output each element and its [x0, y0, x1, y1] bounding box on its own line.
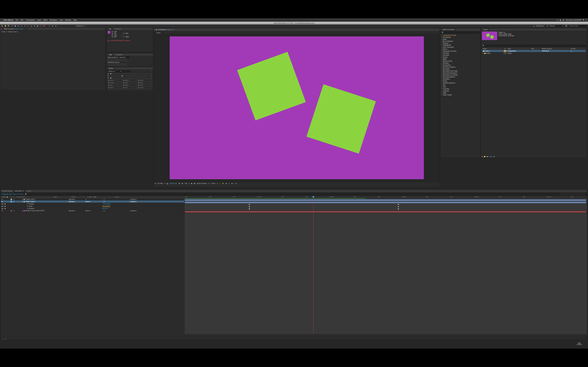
- comp-canvas[interactable]: [170, 36, 424, 179]
- selection-tool-icon[interactable]: ▶: [1, 25, 4, 27]
- toggle-switches-button[interactable]: ⬚ ⬚ {}: [1, 338, 7, 340]
- position-keyframe-2[interactable]: [398, 204, 399, 205]
- effects-category[interactable]: Stylize: [441, 80, 479, 82]
- effects-category[interactable]: Red Giant: [441, 68, 479, 70]
- motion-blur-button[interactable]: [573, 193, 576, 195]
- effects-category[interactable]: CINEMA 4D: [441, 44, 479, 46]
- hand-tool-icon[interactable]: ✋: [4, 25, 7, 27]
- app-name[interactable]: After Effects: [3, 19, 13, 21]
- character-tab[interactable]: Character: [113, 28, 122, 30]
- effects-category[interactable]: Perspective: [441, 64, 479, 66]
- motion-spin-button[interactable]: ◆SPIN: [123, 87, 137, 89]
- effects-category[interactable]: Synthetic Aperture: [441, 82, 479, 84]
- dist-right-icon[interactable]: [114, 64, 117, 66]
- project-col-duration[interactable]: Media Duration: [541, 48, 569, 50]
- project-bpc[interactable]: 8 bpc: [489, 156, 493, 157]
- timeline-timecode[interactable]: 0:00:01:02: [2, 193, 12, 195]
- slider-2[interactable]: [110, 76, 148, 76]
- effects-category[interactable]: Expression Controls: [441, 50, 479, 52]
- new-folder-icon[interactable]: 📁: [484, 156, 485, 157]
- motion-jump-button[interactable]: ◆JUMP: [123, 82, 137, 84]
- shape-layer-2-shape[interactable]: [237, 52, 306, 120]
- paragraph-tab[interactable]: Paragraph: [114, 54, 124, 56]
- keyframe-track-position[interactable]: [184, 204, 587, 206]
- dist-vcenter-icon[interactable]: [121, 64, 124, 66]
- project-col-comment[interactable]: Comme: [570, 48, 586, 50]
- effects-category[interactable]: Video Copilot: [441, 94, 479, 96]
- motion-preset-dropdown[interactable]: Motion v2▾: [108, 70, 131, 72]
- align-left-icon[interactable]: [108, 59, 110, 61]
- keyframe-track-scale[interactable]: [184, 206, 587, 209]
- status-battery-icon[interactable]: ▭: [557, 19, 558, 21]
- notification-center-icon[interactable]: ≡: [586, 19, 587, 21]
- effect-controls-tab[interactable]: Effect Controls Shape Layer 1 ✕: [3, 28, 28, 30]
- effects-presets-tab[interactable]: Effects & Presets: [441, 29, 456, 31]
- viewer-timecode[interactable]: 0:00:01:02: [170, 183, 177, 184]
- auto-keyframe-button[interactable]: [582, 193, 585, 195]
- menu-edit[interactable]: Edit: [20, 19, 23, 21]
- zoom-dropdown[interactable]: (57.8%): [157, 183, 163, 184]
- layer-bar-solid[interactable]: [184, 211, 586, 213]
- puppet-tool-icon[interactable]: 📌: [43, 25, 45, 27]
- eraser-tool-icon[interactable]: ◧: [36, 25, 39, 27]
- shape-layer-1-shape[interactable]: [306, 84, 376, 154]
- apple-menu-icon[interactable]: : [1, 19, 2, 21]
- flowchart-icon[interactable]: ⬡: [228, 183, 230, 184]
- exposure-reset-icon[interactable]: ◉: [231, 183, 233, 184]
- menu-animation[interactable]: Animation: [50, 19, 57, 21]
- grid-icon[interactable]: ⊞: [155, 183, 156, 184]
- align-bottom-icon[interactable]: [124, 59, 127, 61]
- brush-tool-icon[interactable]: 🖌: [30, 25, 33, 27]
- effects-category[interactable]: Color Correction: [441, 46, 479, 48]
- trash-icon[interactable]: 🗑: [493, 156, 495, 157]
- pen-tool-icon[interactable]: ✒: [23, 25, 26, 27]
- graph-editor-button[interactable]: [576, 193, 579, 195]
- camera-tool-icon[interactable]: ▣: [14, 25, 17, 27]
- effects-category[interactable]: * Animation Presets: [441, 34, 479, 36]
- motion-tab[interactable]: Motion: [108, 67, 115, 69]
- dist-hcenter-icon[interactable]: [111, 64, 113, 66]
- timeline-tab-none[interactable]: (none): [25, 190, 33, 192]
- effects-category[interactable]: Time: [441, 86, 479, 88]
- effects-category[interactable]: Red Giant Denoiser II: [441, 72, 479, 74]
- effects-category[interactable]: Text: [441, 84, 479, 86]
- layer-row-shape-layer-1[interactable]: 👁2▸ ★Shape Layer 1Normal ▾None ▾⬚ ╱⊚ Non…: [1, 200, 184, 203]
- rotation-keyframe-2[interactable]: [398, 208, 399, 210]
- menu-window[interactable]: Window: [65, 19, 71, 21]
- effects-category[interactable]: Noise & Grain: [441, 60, 479, 62]
- menu-layer[interactable]: Layer: [37, 19, 41, 21]
- align-tab[interactable]: Align: [108, 54, 113, 56]
- zoom-tool-icon[interactable]: 🔍: [7, 25, 10, 27]
- effects-presets-search[interactable]: 🔎: [441, 32, 479, 34]
- motion-name-button[interactable]: ◆NAME: [138, 82, 152, 84]
- timeline-tab-comp1[interactable]: ■ Comp 1 ✕: [14, 190, 26, 192]
- layer-row-shape-layer-2[interactable]: 👁1▸ ★Shape Layer 2Normal ▾ ▾⬚ ╱⊚ None ▾: [1, 198, 184, 200]
- project-row-comp1[interactable]: ▣ Comp 1 Composition0:00:05:26⚓: [482, 50, 586, 52]
- effects-category[interactable]: Utility: [441, 92, 479, 94]
- rotation-keyframe-1[interactable]: [249, 208, 250, 210]
- motion-stare-button[interactable]: ◆STARE: [138, 87, 152, 89]
- transparency-grid-icon[interactable]: ▦: [194, 183, 195, 184]
- layer-bar-shape-layer-1[interactable]: [184, 201, 586, 204]
- align-to-dropdown[interactable]: Selection: [119, 56, 130, 58]
- current-time-indicator[interactable]: [313, 196, 313, 334]
- composition-viewer[interactable]: [154, 34, 440, 182]
- snapshot-icon[interactable]: 📷: [178, 183, 180, 184]
- spotlight-icon[interactable]: 🔍: [582, 19, 585, 21]
- dist-bottom-icon[interactable]: [124, 64, 127, 66]
- status-volume-icon[interactable]: 🔊: [562, 19, 565, 21]
- channels-icon[interactable]: ◉: [182, 183, 183, 184]
- effects-category[interactable]: Obsolete: [441, 62, 479, 64]
- keyframe-track-rotation[interactable]: [184, 209, 587, 211]
- property-row-position[interactable]: ◀ ◇ ▶⏱ Position778.0,484.0: [1, 203, 184, 205]
- comp-panel-comp-name[interactable]: Comp 1: [167, 29, 172, 30]
- align-right-icon[interactable]: [114, 59, 117, 61]
- frame-blend-button[interactable]: [570, 193, 572, 195]
- project-col-size[interactable]: Size: [530, 48, 541, 50]
- pixel-aspect-icon[interactable]: ⬚: [219, 183, 221, 184]
- project-item-name[interactable]: Comp 1 ▾: [498, 32, 514, 33]
- timeline-icon[interactable]: 〓: [225, 183, 227, 184]
- effects-category[interactable]: Red Giant Color Suite: [441, 70, 479, 72]
- axis-local-icon[interactable]: ⊹: [48, 25, 51, 27]
- status-wifi-icon[interactable]: ◉: [560, 19, 561, 21]
